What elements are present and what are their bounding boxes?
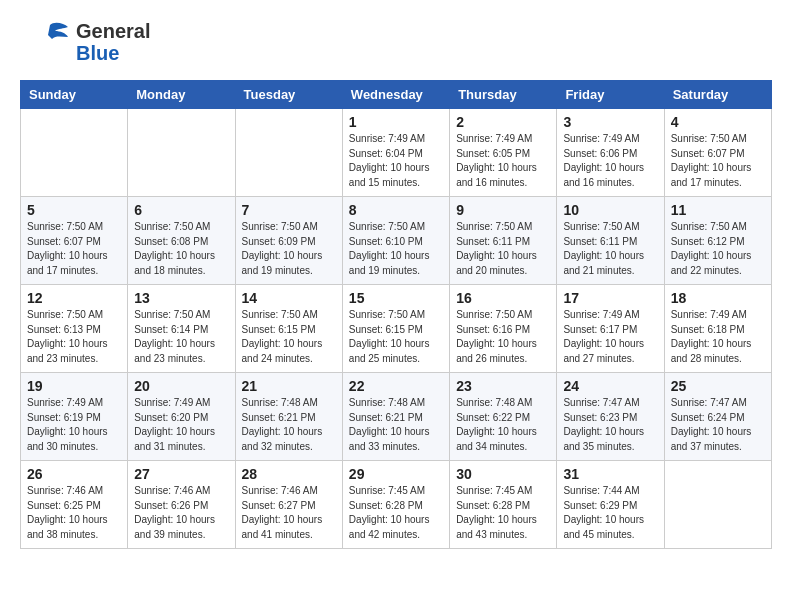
logo-bird-icon bbox=[20, 21, 70, 63]
day-detail: Sunrise: 7:50 AMSunset: 6:15 PMDaylight:… bbox=[242, 308, 336, 366]
calendar-cell: 10 Sunrise: 7:50 AMSunset: 6:11 PMDaylig… bbox=[557, 197, 664, 285]
day-number: 3 bbox=[563, 114, 657, 130]
calendar-cell: 31 Sunrise: 7:44 AMSunset: 6:29 PMDaylig… bbox=[557, 461, 664, 549]
calendar-cell: 25 Sunrise: 7:47 AMSunset: 6:24 PMDaylig… bbox=[664, 373, 771, 461]
calendar-cell: 19 Sunrise: 7:49 AMSunset: 6:19 PMDaylig… bbox=[21, 373, 128, 461]
day-number: 31 bbox=[563, 466, 657, 482]
day-number: 18 bbox=[671, 290, 765, 306]
weekday-header-friday: Friday bbox=[557, 81, 664, 109]
day-number: 12 bbox=[27, 290, 121, 306]
week-row-1: 1 Sunrise: 7:49 AMSunset: 6:04 PMDayligh… bbox=[21, 109, 772, 197]
calendar-cell: 15 Sunrise: 7:50 AMSunset: 6:15 PMDaylig… bbox=[342, 285, 449, 373]
day-number: 26 bbox=[27, 466, 121, 482]
day-number: 25 bbox=[671, 378, 765, 394]
calendar-cell: 5 Sunrise: 7:50 AMSunset: 6:07 PMDayligh… bbox=[21, 197, 128, 285]
calendar-cell: 8 Sunrise: 7:50 AMSunset: 6:10 PMDayligh… bbox=[342, 197, 449, 285]
day-number: 28 bbox=[242, 466, 336, 482]
calendar-cell bbox=[128, 109, 235, 197]
calendar-cell: 21 Sunrise: 7:48 AMSunset: 6:21 PMDaylig… bbox=[235, 373, 342, 461]
weekday-header-wednesday: Wednesday bbox=[342, 81, 449, 109]
calendar-cell: 22 Sunrise: 7:48 AMSunset: 6:21 PMDaylig… bbox=[342, 373, 449, 461]
day-detail: Sunrise: 7:49 AMSunset: 6:05 PMDaylight:… bbox=[456, 132, 550, 190]
day-detail: Sunrise: 7:50 AMSunset: 6:16 PMDaylight:… bbox=[456, 308, 550, 366]
day-detail: Sunrise: 7:50 AMSunset: 6:10 PMDaylight:… bbox=[349, 220, 443, 278]
calendar-cell: 27 Sunrise: 7:46 AMSunset: 6:26 PMDaylig… bbox=[128, 461, 235, 549]
calendar-cell: 23 Sunrise: 7:48 AMSunset: 6:22 PMDaylig… bbox=[450, 373, 557, 461]
calendar-cell: 9 Sunrise: 7:50 AMSunset: 6:11 PMDayligh… bbox=[450, 197, 557, 285]
calendar-cell: 6 Sunrise: 7:50 AMSunset: 6:08 PMDayligh… bbox=[128, 197, 235, 285]
day-detail: Sunrise: 7:49 AMSunset: 6:17 PMDaylight:… bbox=[563, 308, 657, 366]
day-number: 15 bbox=[349, 290, 443, 306]
day-number: 10 bbox=[563, 202, 657, 218]
day-detail: Sunrise: 7:50 AMSunset: 6:12 PMDaylight:… bbox=[671, 220, 765, 278]
day-detail: Sunrise: 7:49 AMSunset: 6:19 PMDaylight:… bbox=[27, 396, 121, 454]
calendar-table: SundayMondayTuesdayWednesdayThursdayFrid… bbox=[20, 80, 772, 549]
day-number: 8 bbox=[349, 202, 443, 218]
day-detail: Sunrise: 7:45 AMSunset: 6:28 PMDaylight:… bbox=[349, 484, 443, 542]
week-row-5: 26 Sunrise: 7:46 AMSunset: 6:25 PMDaylig… bbox=[21, 461, 772, 549]
weekday-header-sunday: Sunday bbox=[21, 81, 128, 109]
day-number: 20 bbox=[134, 378, 228, 394]
calendar-cell: 30 Sunrise: 7:45 AMSunset: 6:28 PMDaylig… bbox=[450, 461, 557, 549]
day-number: 19 bbox=[27, 378, 121, 394]
day-number: 27 bbox=[134, 466, 228, 482]
calendar-cell: 14 Sunrise: 7:50 AMSunset: 6:15 PMDaylig… bbox=[235, 285, 342, 373]
calendar-cell: 2 Sunrise: 7:49 AMSunset: 6:05 PMDayligh… bbox=[450, 109, 557, 197]
day-detail: Sunrise: 7:50 AMSunset: 6:15 PMDaylight:… bbox=[349, 308, 443, 366]
calendar-cell: 17 Sunrise: 7:49 AMSunset: 6:17 PMDaylig… bbox=[557, 285, 664, 373]
day-detail: Sunrise: 7:50 AMSunset: 6:08 PMDaylight:… bbox=[134, 220, 228, 278]
calendar-cell: 24 Sunrise: 7:47 AMSunset: 6:23 PMDaylig… bbox=[557, 373, 664, 461]
day-number: 13 bbox=[134, 290, 228, 306]
day-number: 23 bbox=[456, 378, 550, 394]
day-detail: Sunrise: 7:50 AMSunset: 6:11 PMDaylight:… bbox=[563, 220, 657, 278]
calendar-cell: 28 Sunrise: 7:46 AMSunset: 6:27 PMDaylig… bbox=[235, 461, 342, 549]
calendar-cell: 26 Sunrise: 7:46 AMSunset: 6:25 PMDaylig… bbox=[21, 461, 128, 549]
week-row-3: 12 Sunrise: 7:50 AMSunset: 6:13 PMDaylig… bbox=[21, 285, 772, 373]
calendar-cell: 7 Sunrise: 7:50 AMSunset: 6:09 PMDayligh… bbox=[235, 197, 342, 285]
day-detail: Sunrise: 7:50 AMSunset: 6:09 PMDaylight:… bbox=[242, 220, 336, 278]
day-detail: Sunrise: 7:50 AMSunset: 6:14 PMDaylight:… bbox=[134, 308, 228, 366]
day-detail: Sunrise: 7:50 AMSunset: 6:07 PMDaylight:… bbox=[27, 220, 121, 278]
day-detail: Sunrise: 7:49 AMSunset: 6:18 PMDaylight:… bbox=[671, 308, 765, 366]
weekday-header-thursday: Thursday bbox=[450, 81, 557, 109]
calendar-cell bbox=[21, 109, 128, 197]
calendar-cell: 3 Sunrise: 7:49 AMSunset: 6:06 PMDayligh… bbox=[557, 109, 664, 197]
logo-general-text: General bbox=[76, 20, 150, 42]
logo-blue-text: Blue bbox=[76, 42, 150, 64]
page-header: GeneralBlue bbox=[20, 20, 772, 64]
day-detail: Sunrise: 7:50 AMSunset: 6:07 PMDaylight:… bbox=[671, 132, 765, 190]
calendar-cell: 4 Sunrise: 7:50 AMSunset: 6:07 PMDayligh… bbox=[664, 109, 771, 197]
calendar-cell: 29 Sunrise: 7:45 AMSunset: 6:28 PMDaylig… bbox=[342, 461, 449, 549]
day-number: 1 bbox=[349, 114, 443, 130]
calendar-cell: 1 Sunrise: 7:49 AMSunset: 6:04 PMDayligh… bbox=[342, 109, 449, 197]
week-row-2: 5 Sunrise: 7:50 AMSunset: 6:07 PMDayligh… bbox=[21, 197, 772, 285]
day-number: 6 bbox=[134, 202, 228, 218]
weekday-header-saturday: Saturday bbox=[664, 81, 771, 109]
day-number: 4 bbox=[671, 114, 765, 130]
calendar-cell: 12 Sunrise: 7:50 AMSunset: 6:13 PMDaylig… bbox=[21, 285, 128, 373]
calendar-cell bbox=[664, 461, 771, 549]
day-number: 24 bbox=[563, 378, 657, 394]
day-number: 17 bbox=[563, 290, 657, 306]
calendar-cell: 18 Sunrise: 7:49 AMSunset: 6:18 PMDaylig… bbox=[664, 285, 771, 373]
calendar-cell: 13 Sunrise: 7:50 AMSunset: 6:14 PMDaylig… bbox=[128, 285, 235, 373]
day-detail: Sunrise: 7:49 AMSunset: 6:04 PMDaylight:… bbox=[349, 132, 443, 190]
calendar-cell: 16 Sunrise: 7:50 AMSunset: 6:16 PMDaylig… bbox=[450, 285, 557, 373]
day-detail: Sunrise: 7:46 AMSunset: 6:25 PMDaylight:… bbox=[27, 484, 121, 542]
day-detail: Sunrise: 7:48 AMSunset: 6:21 PMDaylight:… bbox=[349, 396, 443, 454]
day-number: 7 bbox=[242, 202, 336, 218]
day-detail: Sunrise: 7:50 AMSunset: 6:13 PMDaylight:… bbox=[27, 308, 121, 366]
day-number: 21 bbox=[242, 378, 336, 394]
weekday-header-row: SundayMondayTuesdayWednesdayThursdayFrid… bbox=[21, 81, 772, 109]
day-number: 29 bbox=[349, 466, 443, 482]
logo: GeneralBlue bbox=[20, 20, 150, 64]
calendar-cell: 11 Sunrise: 7:50 AMSunset: 6:12 PMDaylig… bbox=[664, 197, 771, 285]
day-detail: Sunrise: 7:46 AMSunset: 6:27 PMDaylight:… bbox=[242, 484, 336, 542]
day-detail: Sunrise: 7:45 AMSunset: 6:28 PMDaylight:… bbox=[456, 484, 550, 542]
day-detail: Sunrise: 7:46 AMSunset: 6:26 PMDaylight:… bbox=[134, 484, 228, 542]
day-detail: Sunrise: 7:49 AMSunset: 6:20 PMDaylight:… bbox=[134, 396, 228, 454]
day-detail: Sunrise: 7:47 AMSunset: 6:23 PMDaylight:… bbox=[563, 396, 657, 454]
day-detail: Sunrise: 7:48 AMSunset: 6:22 PMDaylight:… bbox=[456, 396, 550, 454]
day-number: 16 bbox=[456, 290, 550, 306]
week-row-4: 19 Sunrise: 7:49 AMSunset: 6:19 PMDaylig… bbox=[21, 373, 772, 461]
